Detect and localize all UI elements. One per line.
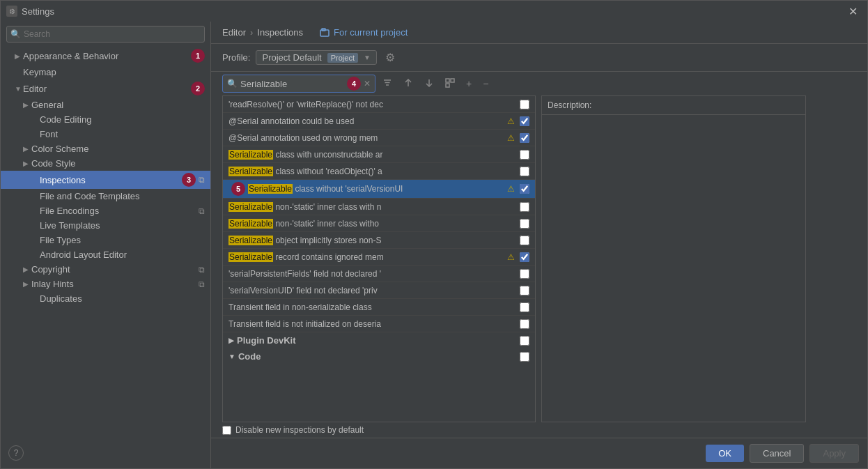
- description-panel: Description:: [541, 95, 806, 422]
- inspection-row[interactable]: Serializable non-'static' inner class wi…: [223, 215, 535, 232]
- arrow-icon: ▶: [23, 160, 31, 167]
- sidebar-item-live-templates[interactable]: Live Templates: [1, 218, 210, 233]
- profile-select[interactable]: Project Default Project ▼: [256, 50, 376, 65]
- sidebar-item-code-editing[interactable]: Code Editing: [1, 112, 210, 127]
- inspection-checkbox[interactable]: [520, 167, 529, 176]
- clear-search-button[interactable]: ✕: [364, 79, 371, 89]
- inspection-text: Serializable object implicitly stores no…: [228, 236, 517, 245]
- section-arrow: ▶: [228, 337, 234, 344]
- inspection-checkbox[interactable]: [520, 202, 529, 212]
- arrow-icon: ▶: [15, 52, 23, 60]
- inspection-row[interactable]: Serializable record contains ignored mem…: [223, 249, 535, 266]
- sidebar-item-code-style[interactable]: ▶ Code Style: [1, 156, 210, 171]
- sidebar-item-label: General: [31, 100, 205, 110]
- inspection-row[interactable]: @Serial annotation used on wrong mem ⚠: [223, 130, 535, 146]
- inspection-row[interactable]: Serializable object implicitly stores no…: [223, 232, 535, 249]
- inspection-checkbox[interactable]: [520, 286, 529, 295]
- inspection-text: 'serialVersionUID' field not declared 'p…: [228, 286, 517, 295]
- inspection-row[interactable]: 'readResolve()' or 'writeReplace()' not …: [223, 96, 535, 113]
- sidebar-item-file-code-templates[interactable]: File and Code Templates: [1, 189, 210, 203]
- section-checkbox[interactable]: [520, 336, 529, 346]
- apply-button[interactable]: Apply: [809, 444, 859, 463]
- inspection-checkbox[interactable]: [520, 150, 529, 160]
- sidebar-item-keymap[interactable]: Keymap: [1, 65, 210, 79]
- sidebar-item-color-scheme[interactable]: ▶ Color Scheme: [1, 141, 210, 156]
- warn-icon: ⚠: [507, 116, 515, 126]
- sidebar-item-appearance[interactable]: ▶ Appearance & Behavior 1: [1, 47, 210, 65]
- search-field-icon: 🔍: [227, 79, 238, 89]
- sidebar-item-file-types[interactable]: File Types: [1, 233, 210, 247]
- inspection-checkbox[interactable]: [520, 302, 529, 312]
- sidebar-item-font[interactable]: Font: [1, 127, 210, 141]
- inspection-row[interactable]: 'serialPersistentFields' field not decla…: [223, 266, 535, 282]
- title-bar-left: ⚙ Settings: [6, 6, 54, 17]
- highlight: Serializable: [248, 184, 293, 194]
- filter-button[interactable]: [378, 77, 396, 91]
- svg-text:⚙: ⚙: [9, 8, 15, 15]
- warn-icon: ⚠: [507, 252, 515, 262]
- inspection-checkbox[interactable]: [520, 236, 529, 245]
- highlight: Serializable: [228, 219, 273, 229]
- inspection-checkbox[interactable]: [520, 252, 529, 262]
- sidebar-item-copyright[interactable]: ▶ Copyright ⧉: [1, 262, 210, 277]
- inspection-row[interactable]: Serializable non-'static' inner class wi…: [223, 199, 535, 215]
- inspection-checkbox[interactable]: [520, 133, 529, 143]
- inspection-checkbox[interactable]: [520, 100, 529, 109]
- inspection-text: @Serial annotation used on wrong mem: [228, 133, 505, 143]
- section-plugin-devkit[interactable]: ▶ Plugin DevKit: [223, 332, 535, 348]
- inspection-checkbox[interactable]: [520, 219, 529, 229]
- annotation-badge: 1: [191, 49, 205, 63]
- sidebar-item-android-layout[interactable]: Android Layout Editor: [1, 247, 210, 262]
- gear-button[interactable]: ⚙: [382, 49, 398, 66]
- profile-label: Profile:: [222, 52, 250, 63]
- inspection-search-input[interactable]: [240, 79, 341, 89]
- inspection-row-selected[interactable]: 5 Serializable class without 'serialVers…: [223, 180, 535, 199]
- sidebar-item-duplicates[interactable]: Duplicates: [1, 291, 210, 306]
- sidebar-tree: ▶ Appearance & Behavior 1 Keymap ▼ Edito…: [1, 47, 210, 468]
- disable-checkbox[interactable]: [222, 426, 231, 435]
- arrow-icon: ▼: [15, 85, 23, 93]
- sidebar-search-input[interactable]: [6, 26, 205, 43]
- inspection-checkbox[interactable]: [520, 269, 529, 279]
- search-field: 🔍 4 ✕: [222, 75, 375, 93]
- inspection-row[interactable]: Transient field in non-serializable clas…: [223, 299, 535, 316]
- bottom-bar: ? OK Cancel Apply: [211, 438, 867, 468]
- sidebar-item-label: File Encodings: [40, 206, 199, 216]
- inspection-row[interactable]: @Serial annotation could be used ⚠: [223, 113, 535, 130]
- add-button[interactable]: +: [462, 77, 476, 91]
- sidebar-item-editor[interactable]: ▼ Editor 2: [1, 79, 210, 98]
- close-button[interactable]: ✕: [844, 3, 862, 20]
- sidebar-item-inspections[interactable]: Inspections 3 ⧉: [1, 171, 210, 189]
- section-label: Plugin DevKit: [237, 335, 296, 346]
- group-button[interactable]: [441, 77, 459, 91]
- expand-icon: [403, 78, 413, 88]
- inspection-text: Transient field is not initialized on de…: [228, 319, 517, 329]
- inspection-checkbox[interactable]: [520, 116, 529, 126]
- copy-icon: ⧉: [199, 265, 205, 275]
- inspection-row[interactable]: Serializable class with unconstructable …: [223, 146, 535, 163]
- svg-rect-11: [446, 84, 449, 87]
- collapse-button[interactable]: [420, 77, 438, 91]
- inspection-row[interactable]: Serializable class without 'readObject()…: [223, 163, 535, 180]
- ok-button[interactable]: OK: [706, 445, 744, 462]
- remove-button[interactable]: −: [479, 77, 493, 91]
- section-code[interactable]: ▼ Code: [223, 348, 535, 364]
- cancel-button[interactable]: Cancel: [750, 444, 804, 463]
- sidebar-item-file-encodings[interactable]: File Encodings ⧉: [1, 203, 210, 218]
- inspection-text: 'readResolve()' or 'writeReplace()' not …: [228, 100, 517, 109]
- expand-button[interactable]: [399, 77, 417, 91]
- inspection-checkbox[interactable]: [520, 184, 529, 194]
- inspection-row[interactable]: Transient field is not initialized on de…: [223, 316, 535, 332]
- disable-label: Disable new inspections by default: [235, 425, 364, 435]
- current-project-label: For current project: [334, 27, 408, 38]
- sidebar-item-general[interactable]: ▶ General: [1, 98, 210, 112]
- sidebar-item-label: Inlay Hints: [31, 279, 199, 289]
- sidebar-item-inlay-hints[interactable]: ▶ Inlay Hints ⧉: [1, 277, 210, 291]
- section-checkbox[interactable]: [520, 352, 529, 362]
- collapse-icon: [424, 78, 434, 88]
- inspection-text: 'serialPersistentFields' field not decla…: [228, 269, 517, 279]
- inspection-row[interactable]: 'serialVersionUID' field not declared 'p…: [223, 282, 535, 299]
- inspection-checkbox[interactable]: [520, 319, 529, 329]
- remove-icon: −: [483, 78, 488, 89]
- inspection-text: Serializable non-'static' inner class wi…: [228, 219, 517, 229]
